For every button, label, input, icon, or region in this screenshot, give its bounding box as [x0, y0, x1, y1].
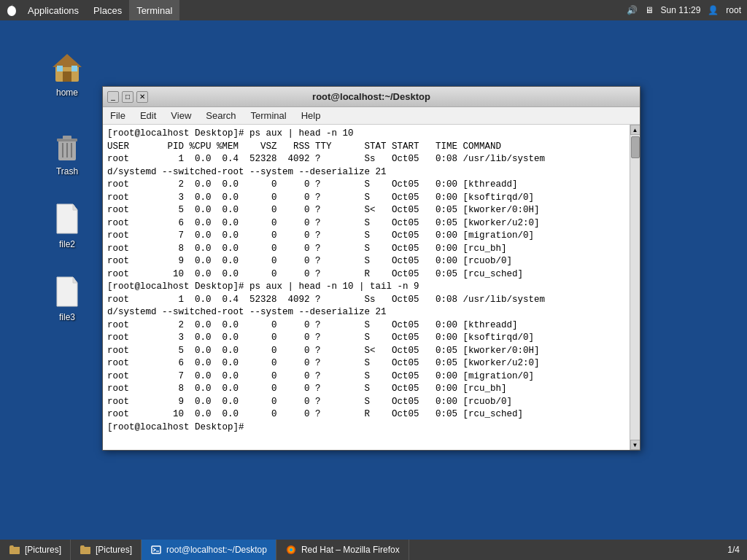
svg-rect-8: [63, 136, 71, 139]
file3-icon: [50, 274, 85, 309]
menu-terminal[interactable]: Terminal: [244, 107, 294, 125]
close-button[interactable]: _: [107, 91, 119, 103]
terminal-body: [root@localhost Desktop]# ps aux | head …: [103, 125, 640, 450]
home-icon: [50, 50, 85, 85]
terminal-scrollbar[interactable]: ▲ ▼: [630, 125, 640, 450]
file2-icon-label: file2: [59, 239, 75, 249]
scroll-down-arrow[interactable]: ▼: [630, 440, 640, 450]
scroll-thumb[interactable]: [631, 136, 640, 158]
taskbar-item-pictures2[interactable]: [Pictures]: [71, 540, 142, 560]
svg-marker-15: [73, 277, 77, 283]
user-icon: 👤: [708, 5, 719, 15]
desktop: home Trash file2: [0, 20, 747, 540]
taskbar-label-pictures2: [Pictures]: [96, 545, 132, 555]
menu-edit[interactable]: Edit: [133, 107, 163, 125]
trash-icon: [50, 128, 85, 163]
file2-icon: [50, 201, 85, 236]
window-controls: _ □ ✕: [107, 91, 148, 103]
desktop-icon-home[interactable]: home: [38, 50, 96, 98]
firefox-icon: [285, 544, 297, 556]
terminal-app-menu[interactable]: Terminal: [129, 0, 179, 20]
menu-file[interactable]: File: [103, 107, 133, 125]
trash-icon-label: Trash: [56, 166, 78, 176]
svg-rect-4: [57, 66, 63, 71]
maximize-button[interactable]: ✕: [136, 91, 148, 103]
taskbar-item-firefox[interactable]: Red Hat – Mozilla Firefox: [276, 540, 409, 560]
svg-point-0: [7, 6, 16, 16]
svg-point-20: [290, 548, 293, 551]
taskbar-page-indicator: 1/4: [727, 545, 747, 555]
taskbar-label-firefox: Red Hat – Mozilla Firefox: [301, 545, 400, 555]
top-panel: Applications Places Terminal 🔊 🖥 Sun 11:…: [0, 0, 747, 20]
desktop-icon-trash[interactable]: Trash: [38, 128, 96, 176]
desktop-icon-file2[interactable]: file2: [38, 201, 96, 249]
minimize-button[interactable]: □: [122, 91, 133, 103]
menu-help[interactable]: Help: [294, 107, 328, 125]
taskbar-label-terminal: root@localhost:~/Desktop: [166, 545, 267, 555]
svg-rect-3: [63, 71, 71, 82]
datetime: Sun 11:29: [661, 5, 701, 15]
terminal-content[interactable]: [root@localhost Desktop]# ps aux | head …: [103, 125, 630, 450]
terminal-menubar: File Edit View Search Terminal Help: [103, 107, 640, 125]
svg-rect-5: [71, 66, 77, 71]
terminal-window: _ □ ✕ root@localhost:~/Desktop File Edit…: [102, 86, 640, 451]
desktop-icon-file3[interactable]: file3: [38, 274, 96, 322]
file3-icon-label: file3: [59, 312, 75, 322]
taskbar-item-pictures1[interactable]: [Pictures]: [0, 540, 71, 560]
svg-marker-2: [53, 54, 82, 67]
terminal-titlebar: _ □ ✕ root@localhost:~/Desktop: [103, 87, 640, 107]
apple-logo[interactable]: [3, 0, 20, 20]
volume-icon[interactable]: 🔊: [627, 5, 638, 15]
svg-marker-13: [73, 204, 77, 210]
menu-view[interactable]: View: [163, 107, 198, 125]
scroll-up-arrow[interactable]: ▲: [630, 125, 640, 135]
terminal-title: root@localhost:~/Desktop: [312, 91, 430, 102]
home-icon-label: home: [56, 88, 78, 98]
folder-icon-2: [80, 544, 91, 556]
applications-menu[interactable]: Applications: [20, 0, 86, 20]
terminal-icon: [150, 544, 162, 556]
places-menu[interactable]: Places: [86, 0, 129, 20]
taskbar-label-pictures1: [Pictures]: [25, 545, 61, 555]
folder-icon-1: [9, 544, 20, 556]
taskbar-item-terminal[interactable]: root@localhost:~/Desktop: [142, 540, 276, 560]
menu-search[interactable]: Search: [198, 107, 243, 125]
bottom-taskbar: [Pictures] [Pictures] root@localhost:~/D…: [0, 540, 747, 560]
network-icon[interactable]: 🖥: [645, 5, 654, 15]
username: root: [726, 5, 741, 15]
